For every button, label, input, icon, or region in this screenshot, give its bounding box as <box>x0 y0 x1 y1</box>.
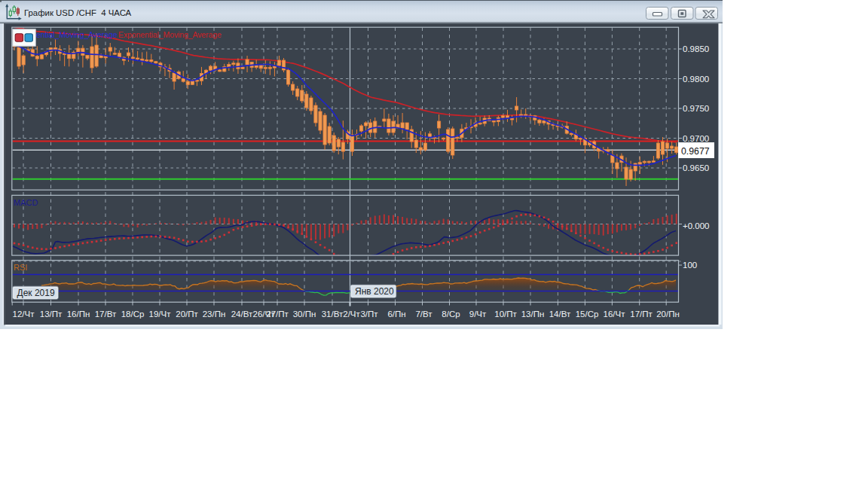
svg-text:7/Вт: 7/Вт <box>415 310 432 319</box>
svg-text:20/Пт: 20/Пт <box>176 310 198 319</box>
svg-text:12/Чт: 12/Чт <box>13 310 35 319</box>
svg-text:24/Вт: 24/Вт <box>231 310 253 319</box>
svg-text:0.9650: 0.9650 <box>683 163 709 172</box>
svg-text:MACD: MACD <box>14 198 38 207</box>
svg-text:17/Вт: 17/Вт <box>95 310 117 319</box>
svg-text:0.9750: 0.9750 <box>683 104 709 113</box>
svg-text:0.9700: 0.9700 <box>683 134 709 143</box>
svg-text:16/Пн: 16/Пн <box>67 310 90 319</box>
svg-text:8/Ср: 8/Ср <box>442 310 460 319</box>
svg-text:15/Ср: 15/Ср <box>576 310 599 319</box>
svg-text:100: 100 <box>683 261 697 270</box>
svg-text:13/Пт: 13/Пт <box>40 310 63 319</box>
svg-text:0.9800: 0.9800 <box>683 75 709 84</box>
svg-text:0.9677: 0.9677 <box>681 146 710 157</box>
svg-text:10/Пт: 10/Пт <box>494 310 517 319</box>
svg-text:Exponential_Moving_Average: Exponential_Moving_Average <box>118 30 222 39</box>
svg-text:30/Пн: 30/Пн <box>293 310 316 319</box>
svg-text:Дек 2019: Дек 2019 <box>17 288 55 298</box>
svg-text:3/Пт: 3/Пт <box>360 310 378 319</box>
svg-text:13/Пн: 13/Пн <box>521 310 545 319</box>
svg-text:20/Пн: 20/Пн <box>656 310 680 319</box>
svg-text:0.9850: 0.9850 <box>683 44 709 53</box>
svg-text:RSI: RSI <box>14 263 27 272</box>
svg-text:23/Пн: 23/Пн <box>203 310 226 319</box>
svg-text:+0.000: +0.000 <box>683 221 710 230</box>
svg-text:31/Вт: 31/Вт <box>322 310 344 319</box>
svg-text:6/Пн: 6/Пн <box>387 310 405 319</box>
svg-text:17/Пт: 17/Пт <box>630 310 653 319</box>
svg-text:14/Вт: 14/Вт <box>549 310 571 319</box>
svg-text:16/Чт: 16/Чт <box>604 310 626 319</box>
svg-text:2/Чт: 2/Чт <box>343 310 360 319</box>
svg-text:18/Ср: 18/Ср <box>121 310 145 319</box>
svg-text:9/Чт: 9/Чт <box>469 310 487 319</box>
svg-text:Янв 2020: Янв 2020 <box>355 286 394 297</box>
svg-text:ential_Moving_Average: ential_Moving_Average <box>36 30 118 39</box>
svg-text:27/Пт: 27/Пт <box>266 310 289 319</box>
svg-text:График USD /CHF 4 ЧАСА: График USD /CHF 4 ЧАСА <box>24 8 132 17</box>
svg-text:19/Чт: 19/Чт <box>149 310 172 319</box>
